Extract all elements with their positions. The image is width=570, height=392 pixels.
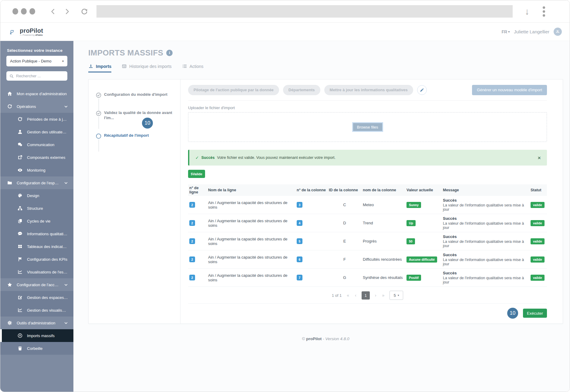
- reload-icon[interactable]: [79, 6, 90, 17]
- last-page-icon[interactable]: »: [381, 293, 385, 298]
- chevron-down-icon: ▾: [62, 59, 64, 63]
- sidebar-item-composants[interactable]: Composants externes: [0, 151, 73, 164]
- list-icon: [182, 64, 187, 69]
- value-badge: Positif: [406, 275, 421, 281]
- browser-chrome: ↓: [0, 0, 570, 23]
- step-configuration[interactable]: Configuration du modèle d'import: [96, 92, 175, 98]
- back-icon[interactable]: [48, 6, 58, 17]
- language-switcher[interactable]: FR▾: [502, 29, 510, 34]
- sidebar-item-outils-admin[interactable]: Outils d'administration: [0, 317, 73, 329]
- table-icon: [122, 64, 127, 69]
- message-text: La valeur de l'information qualitative s…: [443, 258, 528, 266]
- generate-model-button[interactable]: Générer un nouveau modèle d'import: [472, 85, 547, 95]
- info-icon[interactable]: i: [166, 50, 173, 56]
- check-circle-icon: [96, 92, 101, 98]
- edit-icon: [17, 295, 23, 300]
- pill-espace[interactable]: Pilotage de l'action publique par la don…: [188, 85, 279, 95]
- tab-imports[interactable]: Imports: [88, 64, 111, 72]
- instance-select[interactable]: Action Publique - Demo ▾: [6, 56, 67, 66]
- brand-subtitle: — Powered by dFakto: [20, 34, 43, 36]
- execute-button[interactable]: Exécuter: [523, 309, 547, 318]
- alert-message: Votre fichier est valide. Vous pouvez ma…: [217, 156, 336, 160]
- sidebar-item-design[interactable]: Design: [0, 189, 73, 202]
- step-recapitulatif[interactable]: Récapitulatif de l'import: [96, 133, 175, 139]
- prev-page-icon[interactable]: ‹: [354, 293, 357, 298]
- pill-departements[interactable]: Départements: [283, 85, 320, 95]
- value-badge: Up: [406, 220, 416, 226]
- status-badge: valide: [531, 202, 545, 208]
- status-badge: valide: [531, 256, 545, 263]
- page-info: 1 of 1: [332, 293, 342, 298]
- search-input[interactable]: [16, 74, 69, 78]
- column-id: D: [328, 221, 362, 225]
- line-number-badge: 2: [189, 202, 195, 208]
- line-number-badge: 2: [189, 275, 195, 280]
- sidebar-item-monitoring[interactable]: Monitoring: [0, 164, 73, 176]
- upload-label: Uploader le fichier d'import: [188, 106, 547, 110]
- refresh-icon: [7, 104, 12, 109]
- sidebar-item-structure[interactable]: Structure: [0, 202, 73, 215]
- close-icon[interactable]: ×: [538, 155, 541, 161]
- table-header: n° de ligne Nom de la ligne n° de la col…: [188, 184, 547, 196]
- external-link-icon: [17, 155, 23, 160]
- app-header: proPilot — Powered by dFakto FR▾ Juliett…: [0, 23, 570, 41]
- sidebar-item-gestion-visualisations[interactable]: Gestion des visualisatio...: [0, 304, 73, 317]
- sidebar-item-kpis[interactable]: Configuration des KPIs: [0, 253, 73, 266]
- address-bar[interactable]: [96, 5, 513, 18]
- upload-dropzone[interactable]: Browse files: [188, 112, 547, 142]
- step-validation[interactable]: Validez la qualité de la donnée avant l'…: [96, 110, 175, 121]
- sidebar-item-utilisateurs[interactable]: Gestion des utilisateurs: [0, 126, 73, 138]
- pill-action[interactable]: Mettre à jour les informations qualitati…: [324, 85, 413, 95]
- sidebar-item-config-accueil[interactable]: Configuration de l'accueil: [0, 278, 73, 291]
- chevron-down-icon: [64, 181, 68, 185]
- browser-menu-icon[interactable]: [541, 5, 546, 18]
- stepper: Configuration du modèle d'import Validez…: [89, 79, 180, 323]
- sidebar-item-communication[interactable]: Communication: [0, 138, 73, 151]
- sidebar-item-corbeille[interactable]: Corbeille: [0, 342, 73, 355]
- sidebar-item-mon-espace[interactable]: Mon espace d'administration: [0, 87, 73, 100]
- current-page-button[interactable]: 1: [362, 291, 370, 300]
- message-title: Succès: [443, 271, 528, 275]
- brand-name: proPilot: [20, 27, 43, 34]
- palette-icon: [17, 193, 23, 198]
- status-badge: valide: [531, 220, 545, 226]
- chart-line-icon: [17, 269, 23, 275]
- forward-icon[interactable]: [62, 6, 72, 17]
- next-page-icon[interactable]: ›: [374, 293, 377, 298]
- line-number-badge: 2: [189, 220, 195, 226]
- column-number-badge: 3: [297, 202, 302, 208]
- first-page-icon[interactable]: «: [346, 293, 350, 298]
- gear-icon: [7, 320, 12, 326]
- grid-icon: [17, 244, 23, 249]
- status-badge: valide: [531, 275, 545, 281]
- sidebar-item-config-espace[interactable]: Configuration de l'espace de ...: [0, 176, 73, 189]
- sidebar-item-visualisations-espace[interactable]: Visualisations de l'espa...: [0, 266, 73, 278]
- user-icon: [17, 129, 23, 135]
- column-name: Meteo: [362, 203, 405, 207]
- sidebar-item-periodes[interactable]: Périodes de mise à jour: [0, 113, 73, 126]
- sidebar-item-imports-massifs[interactable]: Imports massifs: [0, 329, 73, 342]
- tab-actions[interactable]: Actions: [182, 64, 204, 72]
- avatar[interactable]: JL: [554, 28, 562, 36]
- edit-model-button[interactable]: [417, 85, 427, 95]
- message-text: La valeur de l'information qualitative s…: [443, 203, 528, 212]
- sidebar-item-gestion-espaces[interactable]: Gestion des espaces de...: [0, 291, 73, 304]
- sidebar-item-infos-qualitatives[interactable]: Informations qualitatives: [0, 227, 73, 240]
- browse-files-button[interactable]: Browse files: [352, 122, 383, 132]
- circle-icon: [96, 133, 101, 139]
- column-number-badge: 7: [297, 275, 302, 280]
- propilot-logo-icon: [7, 27, 17, 37]
- sidebar-item-operations[interactable]: Opérations: [0, 100, 73, 113]
- column-number-badge: 6: [297, 256, 302, 262]
- line-name: Ain / Augmenter la capacité des structur…: [207, 219, 295, 228]
- tab-historique[interactable]: Historique des imports: [122, 64, 171, 72]
- sidebar-item-tableaux[interactable]: Tableaux des indicateurs: [0, 240, 73, 253]
- sidebar-search[interactable]: [6, 71, 67, 81]
- chat-icon: [17, 142, 23, 147]
- star-icon: [7, 282, 12, 287]
- sidebar-item-cycles[interactable]: Cycles de vie: [0, 215, 73, 227]
- user-name[interactable]: Juliette Langellier: [514, 29, 549, 34]
- download-icon[interactable]: ↓: [525, 7, 529, 16]
- page-size-select[interactable]: 5 ▾: [390, 291, 403, 300]
- column-id: E: [328, 239, 362, 243]
